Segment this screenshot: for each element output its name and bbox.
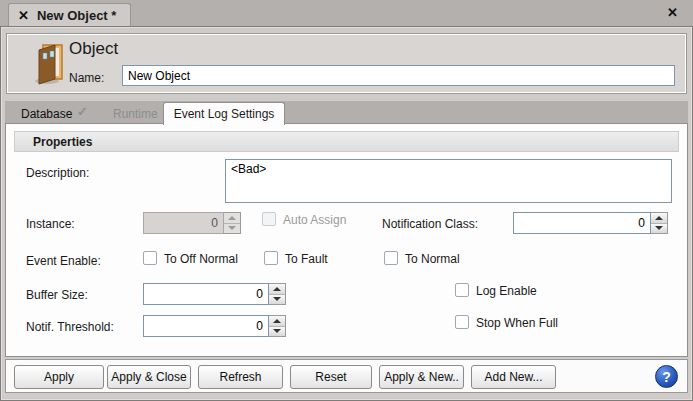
- apply-button[interactable]: Apply: [14, 365, 104, 389]
- document-tab-new-object[interactable]: ✕ New Object *: [8, 3, 131, 26]
- tab-runtime[interactable]: Runtime: [113, 104, 158, 124]
- tab-database[interactable]: Database: [21, 104, 72, 124]
- spin-up-button[interactable]: [269, 316, 285, 326]
- spin-down-button[interactable]: [269, 326, 285, 337]
- instance-label: Instance:: [26, 217, 75, 231]
- to-normal-checkbox[interactable]: [384, 251, 398, 265]
- buffer-size-stepper: [143, 283, 286, 305]
- document-tabbar: ✕ New Object * ✕: [0, 0, 693, 26]
- buffer-size-spin-buttons: [269, 283, 286, 305]
- stop-when-full-checkbox[interactable]: [455, 315, 469, 329]
- notif-threshold-input[interactable]: [143, 315, 269, 337]
- description-label: Description:: [26, 166, 89, 180]
- buffer-size-input[interactable]: [143, 283, 269, 305]
- to-fault-checkbox[interactable]: [264, 251, 278, 265]
- notif-threshold-label: Notif. Threshold:: [26, 320, 114, 334]
- instance-input: [143, 212, 224, 234]
- instance-spin-buttons: [224, 212, 241, 234]
- notification-class-input[interactable]: [513, 212, 651, 234]
- help-icon[interactable]: ?: [655, 365, 678, 388]
- notification-class-label: Notification Class:: [382, 217, 478, 231]
- database-check-icon: ✓: [77, 104, 88, 119]
- log-enable-checkbox[interactable]: [455, 283, 469, 297]
- add-new-button[interactable]: Add New...: [471, 365, 556, 389]
- to-off-normal-label: To Off Normal: [164, 252, 238, 266]
- notification-class-spin-buttons: [651, 212, 668, 234]
- notification-class-stepper: [513, 212, 668, 234]
- to-fault-label: To Fault: [285, 252, 328, 266]
- spin-down-button[interactable]: [651, 223, 667, 234]
- notif-threshold-stepper: [143, 315, 286, 337]
- spin-up-button[interactable]: [651, 213, 667, 223]
- open-door-icon: [31, 42, 67, 86]
- application-window: ✕ New Object * ✕ Object Name: Database ✓…: [0, 0, 693, 401]
- log-enable-label: Log Enable: [476, 284, 537, 298]
- to-off-normal-checkbox[interactable]: [143, 251, 157, 265]
- object-header-panel: Object Name:: [6, 33, 687, 94]
- event-enable-label: Event Enable:: [26, 254, 101, 268]
- buffer-size-label: Buffer Size:: [26, 288, 88, 302]
- editor-window: Object Name: Database ✓ Runtime Event Lo…: [0, 26, 693, 401]
- apply-and-new-button[interactable]: Apply & New..: [379, 365, 464, 389]
- description-textarea[interactable]: <Bad>: [225, 159, 672, 203]
- name-input[interactable]: [122, 65, 675, 86]
- properties-section-header: Properties: [14, 131, 679, 152]
- document-tab-title: New Object *: [37, 8, 116, 23]
- spin-down-icon: [224, 223, 240, 234]
- tab-event-log-settings[interactable]: Event Log Settings: [163, 102, 285, 125]
- to-normal-label: To Normal: [405, 252, 460, 266]
- spin-up-button[interactable]: [269, 284, 285, 294]
- auto-assign-checkbox: [262, 212, 276, 226]
- spin-down-button[interactable]: [269, 294, 285, 305]
- object-type-title: Object: [69, 39, 118, 59]
- stop-when-full-label: Stop When Full: [476, 316, 558, 330]
- instance-stepper: [143, 212, 241, 234]
- spin-up-icon: [224, 213, 240, 223]
- refresh-button[interactable]: Refresh: [198, 365, 283, 389]
- name-label: Name:: [69, 71, 104, 85]
- apply-and-close-button[interactable]: Apply & Close: [107, 365, 191, 389]
- notif-threshold-spin-buttons: [269, 315, 286, 337]
- window-close-icon[interactable]: ✕: [667, 5, 678, 20]
- event-log-settings-panel: Properties Description: <Bad> Instance: …: [5, 123, 688, 357]
- footer-button-bar: Apply Apply & Close Refresh Reset Apply …: [5, 359, 688, 393]
- tab-close-icon[interactable]: ✕: [18, 8, 29, 23]
- auto-assign-label: Auto Assign: [283, 213, 346, 227]
- reset-button[interactable]: Reset: [290, 365, 372, 389]
- settings-tabstrip: Database ✓ Runtime Event Log Settings: [5, 101, 688, 124]
